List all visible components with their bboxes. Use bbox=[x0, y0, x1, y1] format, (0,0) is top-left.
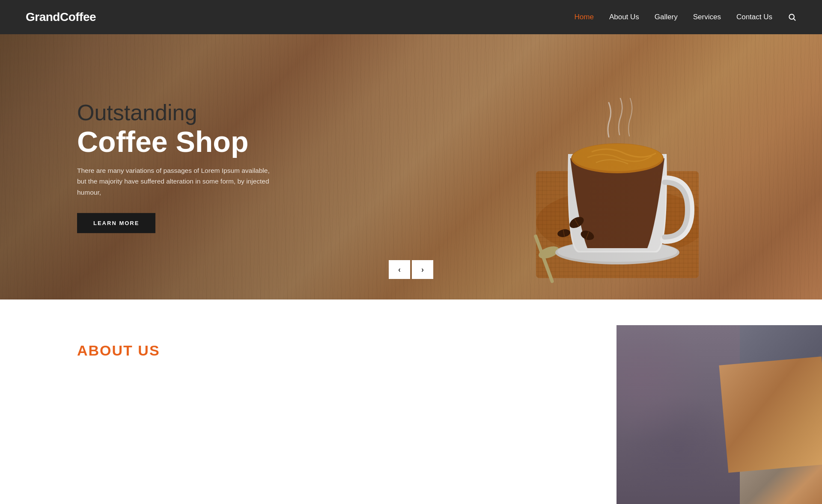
nav-item-services[interactable]: Services bbox=[693, 13, 721, 21]
about-image-container bbox=[616, 325, 822, 504]
nav-item-about[interactable]: About Us bbox=[609, 13, 639, 21]
search-icon bbox=[788, 13, 796, 21]
nav-search[interactable] bbox=[788, 13, 796, 21]
hero-section: Outstanding Coffee Shop There are many v… bbox=[0, 34, 822, 299]
site-logo[interactable]: GrandCoffee bbox=[26, 10, 96, 24]
nav-item-home[interactable]: Home bbox=[575, 13, 594, 21]
nav-link-services[interactable]: Services bbox=[693, 13, 721, 21]
slider-controls: ‹ › bbox=[389, 260, 433, 279]
nav-link-about[interactable]: About Us bbox=[609, 13, 639, 21]
nav-item-contact[interactable]: Contact Us bbox=[736, 13, 772, 21]
hero-content: Outstanding Coffee Shop There are many v… bbox=[77, 101, 274, 233]
nav-link-home[interactable]: Home bbox=[575, 13, 594, 21]
hero-title: Coffee Shop bbox=[77, 127, 274, 157]
nav-link-contact[interactable]: Contact Us bbox=[736, 13, 772, 21]
navbar: GrandCoffee Home About Us Gallery Servic… bbox=[0, 0, 822, 34]
about-label: ABOUT US bbox=[77, 342, 591, 359]
about-section: ABOUT US bbox=[0, 299, 822, 504]
nav-item-gallery[interactable]: Gallery bbox=[655, 13, 678, 21]
about-left-content: ABOUT US bbox=[0, 325, 616, 504]
prev-arrow-icon: ‹ bbox=[398, 265, 401, 274]
next-arrow-button[interactable]: › bbox=[412, 260, 433, 279]
next-arrow-icon: › bbox=[421, 265, 424, 274]
nav-link-gallery[interactable]: Gallery bbox=[655, 13, 678, 21]
prev-arrow-button[interactable]: ‹ bbox=[389, 260, 410, 279]
about-image bbox=[616, 325, 822, 504]
hero-subtitle: Outstanding bbox=[77, 101, 274, 125]
search-button[interactable] bbox=[788, 13, 796, 21]
hero-description: There are many variations of passages of… bbox=[77, 165, 274, 198]
nav-menu: Home About Us Gallery Services Contact U… bbox=[575, 13, 796, 21]
learn-more-button[interactable]: LEARN MORE bbox=[77, 213, 155, 233]
svg-line-1 bbox=[794, 19, 795, 21]
